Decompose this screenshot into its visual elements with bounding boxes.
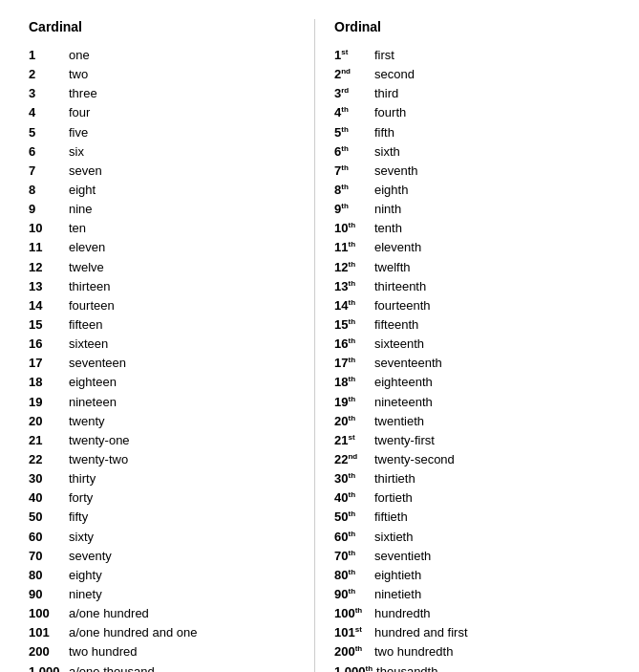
cardinal-word: sixty xyxy=(69,528,94,547)
table-row: 12twelve xyxy=(29,258,295,277)
cardinal-word: eighteen xyxy=(69,373,117,392)
ordinal-suffix: th xyxy=(348,240,355,249)
ordinal-word: thirtieth xyxy=(374,469,415,488)
table-row: 200thtwo hundredth xyxy=(334,642,601,661)
ordinal-number: 6th xyxy=(334,142,371,162)
ordinal-word: nineteenth xyxy=(374,393,433,412)
cardinal-number: 2 xyxy=(29,65,65,84)
table-row: 80eighty xyxy=(29,566,295,585)
ordinal-number: 18th xyxy=(334,373,371,392)
ordinal-number: 10th xyxy=(334,219,371,238)
cardinal-number: 5 xyxy=(29,123,65,142)
table-row: 101sthundred and first xyxy=(334,623,601,642)
ordinal-number: 3rd xyxy=(334,84,371,103)
cardinal-number: 3 xyxy=(29,84,65,103)
ordinal-suffix: th xyxy=(348,317,355,326)
cardinal-word: twenty-two xyxy=(69,450,128,469)
cardinal-word: a/one thousand xyxy=(69,662,155,673)
ordinal-suffix: th xyxy=(348,221,355,229)
cardinal-number: 30 xyxy=(29,469,65,488)
cardinal-number: 11 xyxy=(29,238,65,257)
ordinal-number: 13th xyxy=(334,277,371,296)
ordinal-suffix: th xyxy=(341,105,349,114)
ordinal-number: 11th xyxy=(334,238,371,257)
table-row: 15thfifteenth xyxy=(334,315,601,335)
cardinal-word: five xyxy=(69,123,88,142)
cardinal-number: 19 xyxy=(29,393,65,412)
cardinal-word: eighty xyxy=(69,566,102,585)
table-row: 5five xyxy=(29,123,295,142)
table-row: 100thhundredth xyxy=(334,604,601,623)
cardinal-word: two xyxy=(69,65,88,84)
ordinal-word: hundred and first xyxy=(374,623,468,642)
table-row: 11eleven xyxy=(29,238,295,257)
table-row: 1.000a/one thousand xyxy=(29,662,295,673)
cardinal-word: fourteen xyxy=(69,296,115,315)
ordinal-number: 14th xyxy=(334,296,371,315)
table-row: 60sixty xyxy=(29,528,295,547)
ordinal-suffix: th xyxy=(348,529,355,537)
ordinal-suffix: th xyxy=(348,375,355,383)
table-row: 2two xyxy=(29,65,295,84)
ordinal-word: tenth xyxy=(374,219,402,238)
cardinal-word: nineteen xyxy=(69,393,117,412)
table-row: 11theleventh xyxy=(334,238,601,257)
ordinal-suffix: th xyxy=(341,183,349,191)
ordinal-word: ninth xyxy=(374,200,401,219)
table-row: 16thsixteenth xyxy=(334,335,601,354)
ordinal-number: 9th xyxy=(334,200,371,219)
cardinal-number: 15 xyxy=(29,315,65,335)
table-row: 1.000ththousandth xyxy=(334,662,601,673)
cardinal-word: ten xyxy=(69,219,86,238)
ordinal-suffix: st xyxy=(341,48,348,56)
ordinal-suffix: th xyxy=(355,644,363,653)
ordinal-suffix: th xyxy=(348,259,355,268)
cardinal-word: three xyxy=(69,84,97,103)
cardinal-number: 60 xyxy=(29,528,65,547)
ordinal-suffix: th xyxy=(348,413,355,422)
ordinal-number: 22nd xyxy=(334,450,371,469)
ordinal-suffix: th xyxy=(348,509,355,518)
cardinal-word: four xyxy=(69,103,90,122)
ordinal-number: 12th xyxy=(334,258,371,277)
table-row: 9thninth xyxy=(334,200,601,219)
cardinal-word: thirteen xyxy=(69,277,110,296)
table-row: 40forty xyxy=(29,488,295,508)
ordinal-suffix: nd xyxy=(348,452,357,461)
table-row: 21sttwenty-first xyxy=(334,431,601,450)
table-row: 7seven xyxy=(29,162,295,181)
cardinal-word: a/one hundred xyxy=(69,604,149,623)
ordinal-suffix: th xyxy=(341,143,349,152)
ordinal-word: seventieth xyxy=(374,547,431,566)
ordinal-number: 17th xyxy=(334,354,371,373)
ordinal-word: thirteenth xyxy=(374,277,426,296)
ordinal-number: 19th xyxy=(334,393,371,412)
ordinal-suffix: th xyxy=(348,471,355,480)
cardinal-word: six xyxy=(69,142,84,162)
table-row: 10thtenth xyxy=(334,219,601,238)
table-row: 19nineteen xyxy=(29,393,295,412)
ordinal-number: 15th xyxy=(334,315,371,335)
table-row: 21twenty-one xyxy=(29,431,295,450)
cardinal-number: 21 xyxy=(29,431,65,450)
cardinal-number: 200 xyxy=(29,642,65,661)
ordinal-suffix: th xyxy=(348,567,355,575)
ordinal-number: 70th xyxy=(334,547,371,566)
table-row: 20thtwentieth xyxy=(334,412,601,431)
table-row: 30thirty xyxy=(29,469,295,488)
ordinal-word: twenty-first xyxy=(374,431,435,450)
cardinal-number: 1.000 xyxy=(29,662,65,673)
ordinal-suffix: th xyxy=(348,336,355,345)
cardinal-number: 90 xyxy=(29,585,65,604)
table-row: 30ththirtieth xyxy=(334,469,601,488)
ordinal-word: eighteenth xyxy=(374,373,433,392)
cardinal-number: 70 xyxy=(29,547,65,566)
ordinal-suffix: th xyxy=(341,163,349,172)
cardinal-word: one xyxy=(69,46,90,65)
cardinal-word: nine xyxy=(69,200,93,219)
ordinal-number: 5th xyxy=(334,123,371,142)
table-row: 1one xyxy=(29,46,295,65)
table-row: 19thnineteenth xyxy=(334,393,601,412)
cardinal-word: fifteen xyxy=(69,315,102,335)
table-row: 40thfortieth xyxy=(334,488,601,508)
